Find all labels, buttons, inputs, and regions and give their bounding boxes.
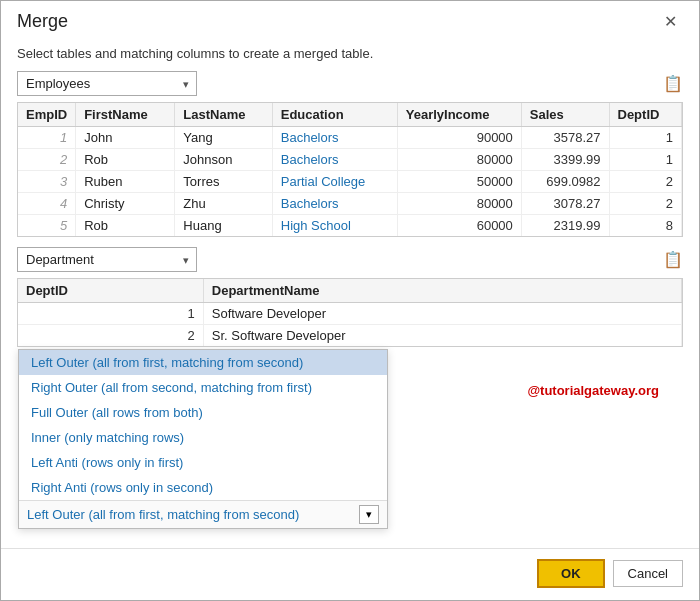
department-table: DeptID DepartmentName 1 Software Develop… xyxy=(18,279,682,346)
join-dropdown-arrow[interactable]: ▾ xyxy=(359,505,379,524)
join-selected-label: Left Outer (all from first, matching fro… xyxy=(27,507,299,522)
join-option[interactable]: Right Anti (rows only in second) xyxy=(19,475,387,500)
cell-lastname: Zhu xyxy=(175,193,272,215)
col-lastname: LastName xyxy=(175,103,272,127)
table-row: 1 Software Developer xyxy=(18,303,682,325)
employees-copy-icon[interactable]: 📋 xyxy=(663,74,683,93)
cell-deptid: 1 xyxy=(18,303,203,325)
employees-table-header-row: EmpID FirstName LastName Education Yearl… xyxy=(18,103,682,127)
cell-deptid: 2 xyxy=(609,193,682,215)
cell-income: 90000 xyxy=(397,127,521,149)
col-yearlyincome: YearlyIncome xyxy=(397,103,521,127)
dialog-title: Merge xyxy=(17,11,68,32)
cancel-button[interactable]: Cancel xyxy=(613,560,683,587)
employees-table: EmpID FirstName LastName Education Yearl… xyxy=(18,103,682,236)
table-row: 1 John Yang Bachelors 90000 3578.27 1 xyxy=(18,127,682,149)
employees-dropdown-wrapper[interactable]: Employees xyxy=(17,71,197,96)
cell-education: Bachelors xyxy=(272,127,397,149)
cell-lastname: Yang xyxy=(175,127,272,149)
cell-deptid: 2 xyxy=(18,325,203,347)
merge-dialog: Merge ✕ Select tables and matching colum… xyxy=(0,0,700,601)
cell-deptid: 1 xyxy=(609,127,682,149)
ok-button[interactable]: OK xyxy=(537,559,605,588)
cell-deptname: Sr. Software Developer xyxy=(203,325,681,347)
table-row: 2 Sr. Software Developer xyxy=(18,325,682,347)
department-dropdown[interactable]: Department xyxy=(17,247,197,272)
join-dropdown-bottom: Left Outer (all from first, matching fro… xyxy=(19,500,387,528)
dialog-body: Select tables and matching columns to cr… xyxy=(1,38,699,542)
col-education: Education xyxy=(272,103,397,127)
cell-deptid: 1 xyxy=(609,149,682,171)
department-copy-icon[interactable]: 📋 xyxy=(663,250,683,269)
cell-empid: 2 xyxy=(18,149,76,171)
cell-education: High School xyxy=(272,215,397,237)
cell-income: 80000 xyxy=(397,193,521,215)
join-option[interactable]: Inner (only matching rows) xyxy=(19,425,387,450)
title-bar: Merge ✕ xyxy=(1,1,699,38)
cell-education: Partial College xyxy=(272,171,397,193)
col-empid: EmpID xyxy=(18,103,76,127)
employees-dropdown[interactable]: Employees xyxy=(17,71,197,96)
cell-deptid: 2 xyxy=(609,171,682,193)
cell-education: Bachelors xyxy=(272,193,397,215)
cell-education: Bachelors xyxy=(272,149,397,171)
cell-sales: 3078.27 xyxy=(521,193,609,215)
col-sales: Sales xyxy=(521,103,609,127)
department-table-container: DeptID DepartmentName 1 Software Develop… xyxy=(17,278,683,347)
cell-income: 50000 xyxy=(397,171,521,193)
dialog-subtitle: Select tables and matching columns to cr… xyxy=(17,46,683,61)
cell-empid: 3 xyxy=(18,171,76,193)
join-option[interactable]: Right Outer (all from second, matching f… xyxy=(19,375,387,400)
cell-sales: 3399.99 xyxy=(521,149,609,171)
department-section: Department 📋 DeptID DepartmentName xyxy=(17,247,683,532)
cell-sales: 3578.27 xyxy=(521,127,609,149)
cell-firstname: Christy xyxy=(76,193,175,215)
cell-income: 80000 xyxy=(397,149,521,171)
table-row: 2 Rob Johnson Bachelors 80000 3399.99 1 xyxy=(18,149,682,171)
department-table-header-row: DeptID DepartmentName xyxy=(18,279,682,303)
department-section-header: Department 📋 xyxy=(17,247,683,272)
employees-table-container: EmpID FirstName LastName Education Yearl… xyxy=(17,102,683,237)
col-deptid: DeptID xyxy=(609,103,682,127)
table-row: 5 Rob Huang High School 60000 2319.99 8 xyxy=(18,215,682,237)
join-options-list: Left Outer (all from first, matching fro… xyxy=(19,350,387,500)
join-option[interactable]: Left Outer (all from first, matching fro… xyxy=(19,350,387,375)
table-row: 4 Christy Zhu Bachelors 80000 3078.27 2 xyxy=(18,193,682,215)
employees-section: Employees 📋 EmpID FirstName LastName Edu… xyxy=(17,71,683,237)
join-option[interactable]: Left Anti (rows only in first) xyxy=(19,450,387,475)
col-dept-id: DeptID xyxy=(18,279,203,303)
cell-deptname: Software Developer xyxy=(203,303,681,325)
watermark: @tutorialgateway.org xyxy=(527,382,659,397)
cell-firstname: Ruben xyxy=(76,171,175,193)
cell-empid: 4 xyxy=(18,193,76,215)
cell-income: 60000 xyxy=(397,215,521,237)
dialog-footer: OK Cancel xyxy=(1,548,699,600)
join-option[interactable]: Full Outer (all rows from both) xyxy=(19,400,387,425)
table-row: 3 Ruben Torres Partial College 50000 699… xyxy=(18,171,682,193)
department-dropdown-wrapper[interactable]: Department xyxy=(17,247,197,272)
close-button[interactable]: ✕ xyxy=(658,12,683,32)
cell-lastname: Torres xyxy=(175,171,272,193)
cell-firstname: John xyxy=(76,127,175,149)
cell-sales: 2319.99 xyxy=(521,215,609,237)
department-table-inner: DeptID DepartmentName 1 Software Develop… xyxy=(18,279,682,346)
col-firstname: FirstName xyxy=(76,103,175,127)
cell-lastname: Johnson xyxy=(175,149,272,171)
cell-deptid: 8 xyxy=(609,215,682,237)
col-dept-name: DepartmentName xyxy=(203,279,681,303)
cell-empid: 5 xyxy=(18,215,76,237)
employees-section-header: Employees 📋 xyxy=(17,71,683,96)
cell-empid: 1 xyxy=(18,127,76,149)
join-dropdown-overlay: Left Outer (all from first, matching fro… xyxy=(18,349,388,529)
cell-sales: 699.0982 xyxy=(521,171,609,193)
cell-lastname: Huang xyxy=(175,215,272,237)
cell-firstname: Rob xyxy=(76,215,175,237)
cell-firstname: Rob xyxy=(76,149,175,171)
